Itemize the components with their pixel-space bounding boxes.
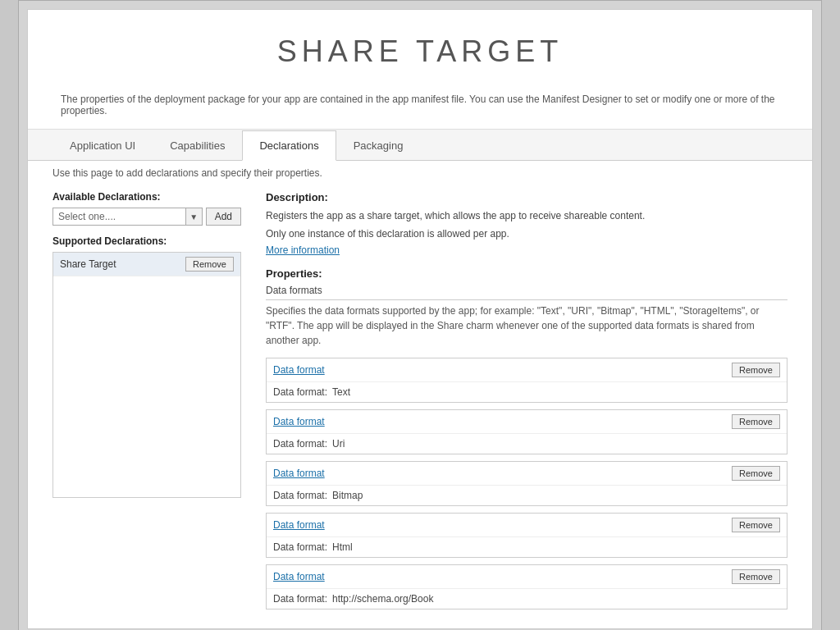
remove-format-4-button[interactable]: Remove [732, 569, 780, 584]
format-field-value-0: Text [332, 386, 350, 398]
remove-format-0-button[interactable]: Remove [732, 363, 780, 377]
data-format-link-3[interactable]: Data format [273, 519, 325, 531]
available-decl-label: Available Declarations: [52, 191, 241, 203]
format-card-4: Data format Remove Data format: http://s… [266, 564, 788, 609]
format-card-header-4: Data format Remove [267, 565, 787, 589]
more-information-link[interactable]: More information [266, 244, 788, 256]
format-card-header-2: Data format Remove [267, 462, 787, 486]
format-card-body-0: Data format: Text [267, 382, 787, 402]
format-field-value-4: http://schema.org/Book [332, 593, 433, 605]
description-title: Description: [266, 191, 788, 203]
data-format-link-2[interactable]: Data format [273, 468, 325, 479]
format-card-header-3: Data format Remove [267, 514, 787, 537]
format-card-body-2: Data format: Bitmap [267, 486, 787, 505]
format-card-0: Data format Remove Data format: Text [266, 358, 788, 403]
available-decl-dropdown[interactable]: Select one.... ▼ [52, 208, 203, 226]
format-card-3: Data format Remove Data format: Html [266, 513, 788, 558]
dropdown-text: Select one.... [53, 208, 185, 225]
data-format-link-4[interactable]: Data format [273, 571, 325, 582]
outer-frame: SHARE TARGET The properties of the deplo… [18, 0, 822, 630]
content-area: Available Declarations: Select one.... ▼… [28, 179, 812, 628]
format-field-value-2: Bitmap [332, 490, 363, 501]
remove-format-2-button[interactable]: Remove [732, 466, 780, 481]
format-card-body-1: Data format: Uri [267, 434, 787, 454]
format-card-header-0: Data format Remove [267, 358, 787, 382]
format-field-1: Data format: Uri [273, 438, 780, 450]
inner-card: SHARE TARGET The properties of the deplo… [27, 9, 813, 629]
subtitle-text: The properties of the deployment package… [61, 94, 775, 116]
tab-capabilities[interactable]: Capabilities [153, 130, 242, 161]
format-field-0: Data format: Text [273, 386, 780, 398]
format-field-2: Data format: Bitmap [273, 490, 780, 501]
remove-format-3-button[interactable]: Remove [732, 518, 780, 532]
data-formats-label: Data formats [266, 285, 788, 300]
page-description: Use this page to add declarations and sp… [28, 161, 812, 179]
format-field-value-1: Uri [332, 438, 345, 450]
data-format-link-1[interactable]: Data format [273, 416, 325, 427]
format-card-header-1: Data format Remove [267, 410, 787, 434]
format-field-4: Data format: http://schema.org/Book [273, 593, 780, 605]
format-card-2: Data format Remove Data format: Bitmap [266, 461, 788, 506]
page-title: SHARE TARGET [44, 34, 796, 69]
tab-application-ui[interactable]: Application UI [52, 130, 153, 161]
add-declaration-button[interactable]: Add [206, 208, 241, 226]
tab-packaging[interactable]: Packaging [336, 130, 421, 161]
left-panel: Available Declarations: Select one.... ▼… [52, 191, 241, 616]
properties-title: Properties: [266, 267, 788, 280]
supported-declarations-list: Share Target Remove [52, 252, 241, 498]
available-decl-row: Select one.... ▼ Add [52, 208, 241, 226]
page-desc-text: Use this page to add declarations and sp… [52, 167, 322, 179]
format-field-label-1: Data format: [273, 438, 327, 450]
description-line-1: Registers the app as a share target, whi… [266, 208, 788, 223]
format-field-3: Data format: Html [273, 541, 780, 553]
supported-decl-label: Supported Declarations: [52, 235, 241, 247]
format-field-label-2: Data format: [273, 490, 327, 501]
format-field-label-0: Data format: [273, 386, 327, 398]
title-section: SHARE TARGET [28, 10, 812, 85]
subtitle-section: The properties of the deployment package… [28, 85, 812, 130]
format-field-value-3: Html [332, 541, 353, 553]
list-item-label: Share Target [60, 258, 116, 270]
format-card-body-4: Data format: http://schema.org/Book [267, 589, 787, 609]
dropdown-arrow-icon[interactable]: ▼ [185, 208, 202, 225]
list-item: Share Target Remove [53, 253, 240, 276]
data-formats-description: Specifies the data formats supported by … [266, 304, 788, 348]
format-card-body-3: Data format: Html [267, 537, 787, 557]
format-field-label-3: Data format: [273, 541, 327, 553]
tabs-bar: Application UI Capabilities Declarations… [28, 130, 812, 161]
format-field-label-4: Data format: [273, 593, 327, 605]
format-card-1: Data format Remove Data format: Uri [266, 409, 788, 454]
tab-declarations[interactable]: Declarations [242, 130, 336, 161]
remove-share-target-button[interactable]: Remove [185, 257, 234, 272]
description-line-2: Only one instance of this declaration is… [266, 226, 788, 241]
remove-format-1-button[interactable]: Remove [732, 414, 780, 429]
right-panel: Description: Registers the app as a shar… [266, 191, 788, 616]
data-format-link-0[interactable]: Data format [273, 364, 325, 376]
